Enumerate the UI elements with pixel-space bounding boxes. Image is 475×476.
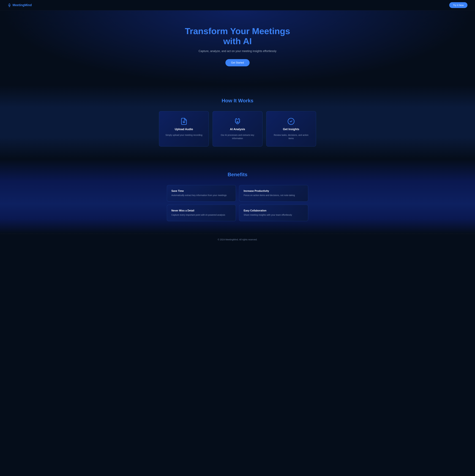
increase-productivity-desc: Focus on action items and decisions, not… bbox=[244, 194, 304, 197]
ai-analysis-desc: Our AI processes and extracts key inform… bbox=[218, 134, 257, 140]
get-insights-card: Get Insights Review tasks, decisions, an… bbox=[266, 111, 316, 147]
get-insights-desc: Review tasks, decisions, and action item… bbox=[271, 134, 311, 140]
hero-title: Transform Your Meetings with AI bbox=[182, 26, 293, 46]
benefits-section: Benefits Save Time Automatically extract… bbox=[0, 159, 475, 234]
how-it-works-title: How It Works bbox=[8, 98, 467, 103]
easy-collaboration-title: Easy Collaboration bbox=[244, 209, 304, 212]
upload-audio-card: Upload Audio Simply upload your meeting … bbox=[159, 111, 209, 147]
get-insights-title: Get Insights bbox=[283, 128, 299, 131]
hero-subtitle: Capture, analyze, and act on your meetin… bbox=[198, 50, 277, 53]
increase-productivity-card: Increase Productivity Focus on action it… bbox=[239, 185, 308, 202]
try-it-now-button[interactable]: Try It Now bbox=[449, 2, 467, 8]
logo: MeetingMind bbox=[8, 3, 32, 7]
easy-collaboration-card: Easy Collaboration Share meeting insight… bbox=[239, 205, 308, 221]
audio-file-icon bbox=[180, 118, 188, 125]
never-miss-detail-card: Never Miss a Detail Capture every import… bbox=[167, 205, 236, 221]
check-circle-icon bbox=[287, 118, 295, 125]
save-time-title: Save Time bbox=[171, 189, 231, 192]
mic-icon bbox=[8, 3, 11, 7]
never-miss-detail-desc: Capture every important point with AI-po… bbox=[171, 213, 231, 217]
ai-analysis-card: AI Analysis Our AI processes and extract… bbox=[213, 111, 262, 147]
navbar: MeetingMind Try It Now bbox=[0, 0, 475, 10]
ai-analysis-title: AI Analysis bbox=[230, 128, 245, 131]
easy-collaboration-desc: Share meeting insights with your team ef… bbox=[244, 213, 304, 217]
save-time-desc: Automatically extract key information fr… bbox=[171, 194, 231, 197]
never-miss-detail-title: Never Miss a Detail bbox=[171, 209, 231, 212]
increase-productivity-title: Increase Productivity bbox=[244, 189, 304, 192]
footer-text: © 2024 MeetingMind. All rights reserved. bbox=[8, 238, 467, 241]
how-it-works-cards: Upload Audio Simply upload your meeting … bbox=[159, 111, 316, 147]
benefits-title: Benefits bbox=[8, 172, 467, 177]
brain-icon bbox=[234, 118, 241, 125]
svg-rect-0 bbox=[9, 4, 10, 5]
footer: © 2024 MeetingMind. All rights reserved. bbox=[0, 234, 475, 245]
logo-text: MeetingMind bbox=[13, 3, 32, 7]
benefits-grid: Save Time Automatically extract key info… bbox=[167, 185, 308, 221]
hero-section: Transform Your Meetings with AI Capture,… bbox=[0, 10, 475, 85]
upload-audio-title: Upload Audio bbox=[175, 128, 193, 131]
save-time-card: Save Time Automatically extract key info… bbox=[167, 185, 236, 202]
upload-audio-desc: Simply upload your meeting recording bbox=[165, 134, 202, 137]
get-started-button[interactable]: Get Started bbox=[225, 59, 250, 66]
how-it-works-section: How It Works Upload Audio Simply upload … bbox=[0, 85, 475, 159]
